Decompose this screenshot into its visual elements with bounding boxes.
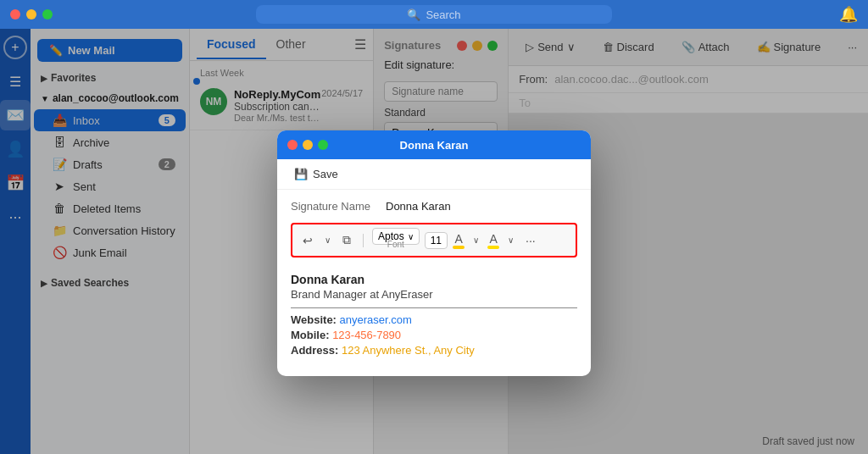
modal-window-controls — [287, 140, 328, 150]
modal-overlay: Donna Karan 💾 Save Signature Name Donna … — [0, 29, 868, 454]
font-chevron: ∨ — [408, 232, 414, 241]
minimize-button[interactable] — [26, 9, 36, 19]
donna-karan-modal: Donna Karan 💾 Save Signature Name Donna … — [277, 130, 591, 376]
more-formatting-button[interactable]: ··· — [522, 232, 539, 249]
person-title: Brand Manager at AnyEraser — [291, 288, 577, 301]
maximize-button[interactable] — [42, 9, 53, 19]
search-bar[interactable]: 🔍 Search — [256, 5, 612, 24]
modal-maximize-button[interactable] — [318, 140, 328, 150]
search-placeholder: Search — [426, 8, 460, 21]
separator — [363, 234, 364, 247]
signature-name-row: Signature Name Donna Karan — [291, 200, 577, 213]
font-color-chevron[interactable]: ∨ — [470, 234, 482, 246]
signature-divider — [291, 307, 577, 308]
mobile-value: 123-456-7890 — [332, 329, 401, 341]
modal-title: Donna Karan — [400, 139, 469, 152]
undo-chevron[interactable]: ∨ — [321, 234, 334, 246]
font-color-swatch — [453, 246, 465, 249]
modal-close-button[interactable] — [287, 140, 298, 150]
modal-minimize-button[interactable] — [303, 140, 313, 150]
copy-button[interactable]: ⧉ — [339, 231, 354, 249]
signature-name-label: Signature Name — [291, 200, 376, 213]
address-value: 123 Anywhere St., Any City — [342, 344, 475, 357]
modal-content: Signature Name Donna Karan ↩ ∨ ⧉ Aptos ∨… — [277, 190, 591, 376]
modal-toolbar: 💾 Save — [277, 159, 591, 190]
font-color-button[interactable]: A — [453, 232, 465, 249]
highlight-color-swatch — [487, 246, 499, 249]
website-detail: Website: anyeraser.com — [291, 313, 577, 326]
address-detail: Address: 123 Anywhere St., Any City — [291, 344, 577, 357]
highlight-color-button[interactable]: A — [487, 232, 499, 249]
mobile-detail: Mobile: 123-456-7890 — [291, 329, 577, 341]
title-bar: 🔍 Search 🔔 — [0, 0, 868, 29]
highlight-chevron[interactable]: ∨ — [504, 234, 517, 246]
search-icon: 🔍 — [407, 8, 420, 21]
website-link[interactable]: anyeraser.com — [340, 313, 412, 326]
undo-button[interactable]: ↩ — [299, 232, 316, 249]
modal-titlebar: Donna Karan — [277, 130, 591, 159]
modal-save-button[interactable]: 💾 Save — [287, 164, 345, 184]
window-controls — [10, 9, 53, 19]
signature-name-value: Donna Karan — [386, 200, 451, 213]
signature-body: Donna Karan Brand Manager at AnyEraser W… — [291, 266, 577, 366]
person-name: Donna Karan — [291, 273, 577, 286]
notification-icon[interactable]: 🔔 — [839, 5, 858, 24]
font-label: Font — [387, 240, 404, 249]
close-button[interactable] — [10, 9, 20, 19]
font-size-box[interactable]: 11 — [425, 232, 448, 249]
formatting-toolbar: ↩ ∨ ⧉ Aptos ∨ Font 11 A ∨ A — [291, 223, 577, 257]
save-icon: 💾 — [294, 168, 308, 180]
